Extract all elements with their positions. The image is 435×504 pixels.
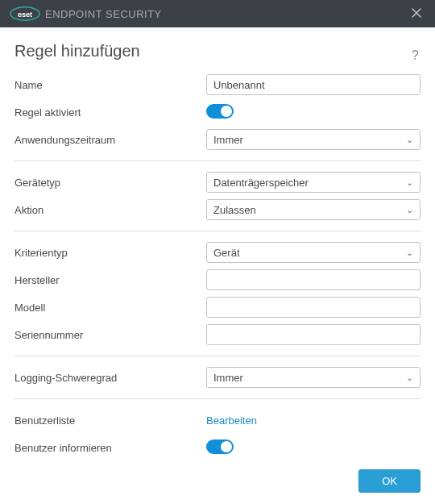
user-list-edit-link[interactable]: Bearbeiten [206, 414, 257, 427]
brand-product-name: ENDPOINT SECURITY [45, 8, 162, 20]
svg-text:eset: eset [18, 10, 32, 19]
dialog-footer: OK [0, 457, 435, 504]
dialog-content: Regel hinzufügen ? Name Regel aktiviert … [0, 27, 435, 457]
application-period-select[interactable]: Immer ⌄ [206, 129, 420, 150]
criteria-type-select[interactable]: Gerät ⌄ [206, 242, 420, 263]
chevron-down-icon: ⌄ [406, 248, 413, 258]
close-icon[interactable] [408, 3, 425, 24]
model-input[interactable] [206, 297, 420, 318]
divider [14, 231, 420, 231]
device-type-label: Gerätetyp [14, 177, 206, 189]
titlebar: eset ENDPOINT SECURITY [0, 0, 435, 27]
action-label: Aktion [14, 204, 206, 216]
notify-user-label: Benutzer informieren [14, 442, 206, 454]
model-label: Modell [14, 302, 206, 314]
chevron-down-icon: ⌄ [406, 205, 413, 215]
rule-active-toggle[interactable] [206, 104, 234, 119]
name-label: Name [14, 79, 206, 91]
chevron-down-icon: ⌄ [406, 373, 413, 383]
criteria-type-value: Gerät [213, 247, 240, 259]
application-period-label: Anwendungszeitraum [14, 134, 206, 146]
action-select[interactable]: Zulassen ⌄ [206, 199, 420, 220]
notify-user-toggle[interactable] [206, 439, 234, 454]
manufacturer-input[interactable] [206, 269, 420, 290]
application-period-value: Immer [213, 134, 243, 146]
action-value: Zulassen [213, 204, 256, 216]
brand-logo: eset [10, 6, 40, 21]
serial-number-label: Seriennummer [14, 329, 206, 341]
ok-button[interactable]: OK [358, 469, 420, 493]
log-severity-label: Logging-Schweregrad [14, 372, 206, 384]
help-icon[interactable]: ? [410, 47, 420, 65]
divider [14, 398, 420, 399]
criteria-type-label: Kriterientyp [14, 247, 206, 259]
divider [14, 356, 420, 356]
serial-number-input[interactable] [206, 324, 420, 345]
divider [14, 160, 420, 161]
brand: eset ENDPOINT SECURITY [10, 6, 162, 21]
manufacturer-label: Hersteller [14, 274, 206, 286]
rule-active-label: Regel aktiviert [14, 106, 206, 119]
device-type-select[interactable]: Datenträgerspeicher ⌄ [206, 172, 420, 193]
log-severity-select[interactable]: Immer ⌄ [206, 367, 420, 388]
name-input[interactable] [206, 74, 420, 95]
page-title: Regel hinzufügen [14, 42, 140, 60]
chevron-down-icon: ⌄ [406, 135, 413, 145]
device-type-value: Datenträgerspeicher [213, 177, 309, 189]
chevron-down-icon: ⌄ [406, 177, 413, 188]
log-severity-value: Immer [213, 372, 243, 384]
user-list-label: Benutzerliste [14, 414, 206, 427]
